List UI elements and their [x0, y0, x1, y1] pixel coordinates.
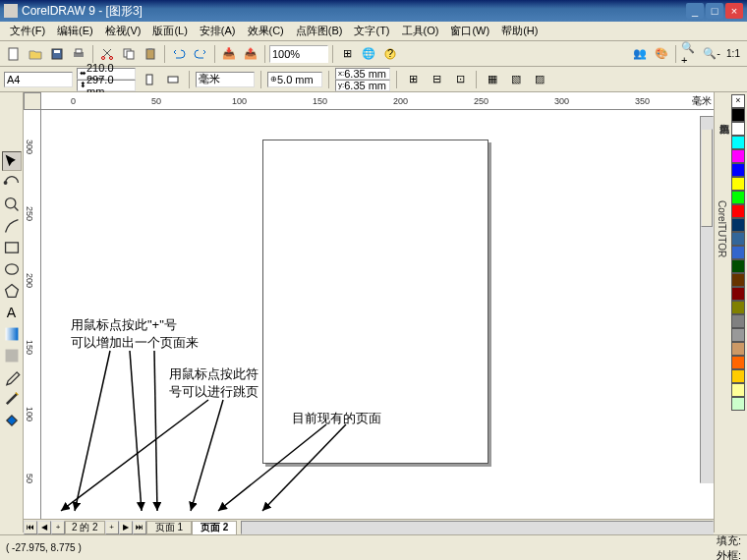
color-swatch[interactable]	[731, 108, 745, 122]
new-button[interactable]	[4, 44, 24, 64]
landscape-button[interactable]	[163, 70, 183, 89]
print-button[interactable]	[69, 44, 88, 64]
color-swatch[interactable]	[731, 246, 745, 259]
prev-page-button[interactable]: ◀	[37, 521, 51, 534]
freehand-tool[interactable]	[2, 216, 22, 236]
vertical-scrollbar[interactable]	[700, 116, 714, 483]
corel-online-button[interactable]: 🌐	[359, 44, 378, 64]
color-swatch[interactable]	[731, 328, 745, 342]
menu-item[interactable]: 文件(F)	[4, 22, 51, 40]
paper-select[interactable]: A4	[4, 72, 73, 87]
rectangle-tool[interactable]	[2, 238, 22, 257]
eyedropper-tool[interactable]	[2, 367, 22, 387]
add-page-after-button[interactable]: +	[105, 521, 119, 534]
color-swatch[interactable]	[731, 177, 745, 191]
snap-object-button[interactable]: ⊡	[450, 70, 470, 89]
color-swatch[interactable]	[731, 301, 745, 314]
interactive-fill-tool[interactable]	[2, 324, 22, 344]
color-swatch[interactable]	[731, 369, 745, 383]
polygon-tool[interactable]	[2, 281, 22, 301]
community-button[interactable]: 👥	[630, 44, 650, 64]
zoom-tool[interactable]	[2, 195, 22, 214]
pick-tool[interactable]	[2, 151, 22, 171]
export-button[interactable]: 📤	[241, 44, 260, 64]
last-page-button[interactable]: ⏭	[133, 521, 146, 534]
color-swatch[interactable]	[731, 191, 745, 204]
color-swatch[interactable]	[731, 383, 745, 397]
menu-item[interactable]: 效果(C)	[242, 22, 290, 40]
maximize-button[interactable]: □	[706, 3, 723, 19]
zoom-1to1-button[interactable]: 1:1	[723, 44, 743, 64]
color-swatch[interactable]	[731, 232, 745, 246]
whats-this-button[interactable]: ?	[380, 44, 400, 64]
color-swatch[interactable]	[731, 204, 745, 218]
outline-tool[interactable]	[2, 389, 22, 409]
ruler-horizontal[interactable]: 毫米 050100150200250300350	[41, 92, 714, 110]
interactive-transparency-tool[interactable]	[2, 346, 22, 365]
no-color-swatch[interactable]: ×	[731, 94, 745, 108]
color-swatch[interactable]	[731, 273, 745, 287]
undo-button[interactable]	[169, 44, 189, 64]
first-page-button[interactable]: ⏮	[24, 521, 37, 534]
page-tab[interactable]: 页面 1	[146, 521, 192, 534]
opt2-button[interactable]: ▧	[506, 70, 526, 89]
cut-button[interactable]	[97, 44, 117, 64]
import-button[interactable]: 📥	[219, 44, 239, 64]
color-swatch[interactable]	[731, 136, 745, 149]
add-page-before-button[interactable]: +	[51, 521, 65, 534]
dup-x-field[interactable]: x:6.35 mm	[335, 68, 390, 80]
app-launcher-button[interactable]: ⊞	[337, 44, 357, 64]
open-button[interactable]	[26, 44, 45, 64]
color-swatch[interactable]	[731, 218, 745, 232]
snap-grid-button[interactable]: ⊞	[403, 70, 423, 89]
minimize-button[interactable]: _	[686, 3, 704, 19]
color-swatch[interactable]	[731, 122, 745, 136]
page-tab[interactable]: 页面 2	[192, 521, 237, 534]
docker-tutor-label[interactable]: CorelTUTOR	[717, 200, 727, 257]
redo-button[interactable]	[191, 44, 210, 64]
nudge-field[interactable]: ⊕5.0 mm	[267, 72, 322, 87]
portrait-button[interactable]	[140, 70, 159, 89]
fill-tool[interactable]	[2, 411, 22, 430]
opt1-button[interactable]: ▦	[483, 70, 502, 89]
menu-item[interactable]: 编辑(E)	[51, 22, 99, 40]
color-swatch[interactable]	[731, 342, 745, 356]
next-page-button[interactable]: ▶	[119, 521, 133, 534]
shape-tool[interactable]	[2, 173, 22, 193]
copy-button[interactable]	[119, 44, 139, 64]
page-height-field[interactable]: ⬍297.0 mm	[77, 80, 136, 91]
color-swatch[interactable]	[731, 397, 745, 411]
close-button[interactable]: ×	[725, 3, 743, 19]
zoom-out-button[interactable]: 🔍-	[702, 44, 721, 64]
zoom-select[interactable]: 100%	[269, 45, 328, 63]
opt3-button[interactable]: ▨	[530, 70, 549, 89]
paste-button[interactable]	[141, 44, 160, 64]
ruler-vertical[interactable]: 50100150200250300	[24, 110, 41, 532]
units-select[interactable]: 毫米	[196, 72, 255, 87]
menu-item[interactable]: 检视(V)	[99, 22, 147, 40]
annotation-pages: 目前现有的页面	[292, 410, 381, 427]
menu-item[interactable]: 点阵图(B)	[290, 22, 349, 40]
snap-guide-button[interactable]: ⊟	[427, 70, 446, 89]
save-button[interactable]	[47, 44, 67, 64]
color-swatch[interactable]	[731, 163, 745, 177]
color-swatch[interactable]	[731, 259, 745, 273]
color-swatch[interactable]	[731, 356, 745, 369]
color-swatch[interactable]	[731, 287, 745, 301]
canvas-area[interactable]: 毫米 050100150200250300350 501001502002503…	[24, 92, 714, 532]
menu-item[interactable]: 文字(T)	[348, 22, 395, 40]
text-tool[interactable]: A	[2, 303, 22, 322]
ellipse-tool[interactable]	[2, 259, 22, 279]
color-swatch[interactable]	[731, 149, 745, 163]
menu-item[interactable]: 工具(O)	[396, 22, 445, 40]
color-swatch[interactable]	[731, 314, 745, 328]
menu-item[interactable]: 版面(L)	[146, 22, 193, 40]
ruler-origin[interactable]	[24, 92, 41, 110]
menu-item[interactable]: 帮助(H)	[495, 22, 544, 40]
horizontal-scrollbar[interactable]	[241, 521, 714, 534]
zoom-in-button[interactable]: 🔍+	[680, 44, 700, 64]
graphics-button[interactable]: 🎨	[652, 44, 671, 64]
dup-y-field[interactable]: y:6.35 mm	[335, 80, 390, 91]
menu-item[interactable]: 安排(A)	[194, 22, 242, 40]
menu-item[interactable]: 窗口(W)	[444, 22, 495, 40]
